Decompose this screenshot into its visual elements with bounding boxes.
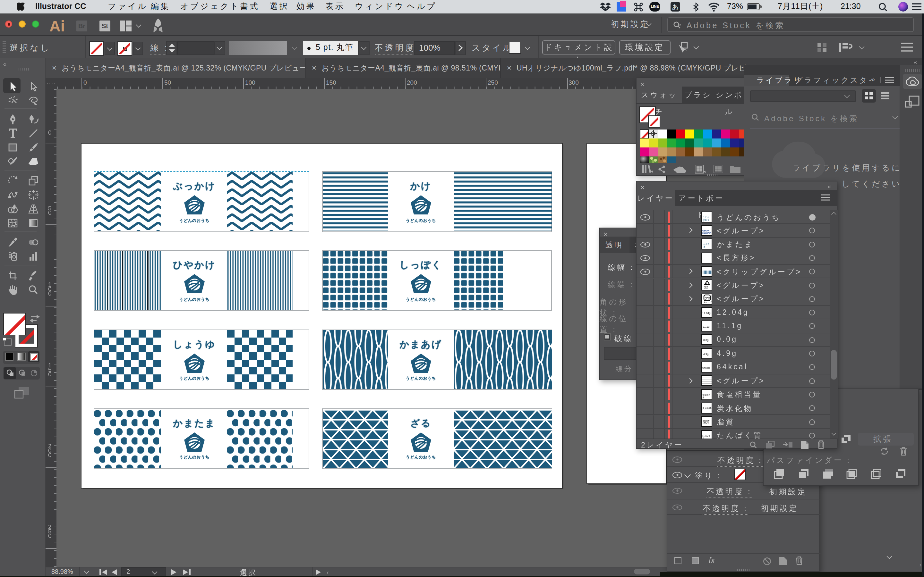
svg-text:プラ: プラ: [705, 297, 711, 300]
svg-text:キャップ: キャップ: [704, 301, 712, 303]
svg-text:本体: 本体: [704, 288, 708, 290]
svg-text:1: 1: [706, 282, 708, 285]
